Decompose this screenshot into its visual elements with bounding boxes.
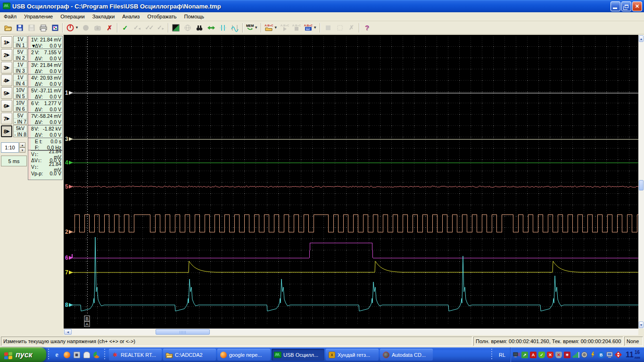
network-monitor-icon[interactable]: [512, 351, 520, 359]
horizontal-scroll-thumb[interactable]: [156, 329, 210, 335]
updown-arrows-icon[interactable]: [614, 351, 622, 359]
channel-5-marker[interactable]: 5: [65, 183, 68, 190]
abc-open-button[interactable]: A:B+C▼: [264, 22, 278, 33]
channel-3-button[interactable]: 3▶: [1, 62, 12, 74]
vertical-scroll-thumb[interactable]: [639, 180, 644, 190]
channel-4-marker[interactable]: 4: [65, 159, 68, 166]
restore-button[interactable]: [621, 1, 631, 11]
device-icon[interactable]: [83, 351, 91, 359]
volume-icon[interactable]: [580, 351, 588, 359]
bluetooth-icon[interactable]: B: [597, 351, 605, 359]
channel-8-button[interactable]: 8▶: [1, 125, 12, 137]
taskbar-separator[interactable]: [47, 349, 50, 361]
channel-8-range[interactable]: 5kV: [14, 125, 27, 132]
channel-4-range[interactable]: 1V: [14, 74, 27, 81]
green-utility-icon[interactable]: ↗: [521, 351, 528, 359]
delete-button[interactable]: ✗: [104, 22, 115, 33]
kaspersky-icon[interactable]: ✶: [563, 351, 571, 359]
menu-item-file[interactable]: Файл: [0, 13, 20, 20]
save-button[interactable]: [14, 22, 25, 33]
menu-item-help[interactable]: Помощь: [181, 13, 208, 20]
channel-6-scale[interactable]: 10VIN 6: [13, 99, 27, 112]
channel-5-button[interactable]: 5▶: [1, 87, 12, 99]
channel-5-scale[interactable]: 10VIN 5: [13, 87, 27, 99]
mem-button[interactable]: MEM▼: [245, 22, 259, 33]
gray-shield-icon[interactable]: ✕: [555, 351, 562, 359]
taskbar-separator[interactable]: [490, 349, 493, 361]
channel-2-scale[interactable]: 5VIN 2: [13, 49, 27, 61]
menu-item-display[interactable]: Отображать: [143, 13, 180, 20]
help-button[interactable]: ?: [362, 22, 372, 33]
channel-1-scale[interactable]: 1VIN 1: [13, 36, 27, 48]
minimize-button[interactable]: [611, 1, 620, 11]
open-button[interactable]: [2, 22, 13, 33]
wave-measure-button[interactable]: [230, 22, 240, 33]
channel-2-range[interactable]: 5V: [14, 49, 27, 55]
vertical-scrollbar[interactable]: ▲ ▼: [638, 35, 644, 329]
title-bar[interactable]: USB Осциллограф - C:\Program Files\USB О…: [0, 0, 644, 12]
channel-3-range[interactable]: 1V: [14, 62, 27, 68]
dropdown-arrow-icon[interactable]: ▼: [274, 25, 278, 30]
dropdown-arrow-icon[interactable]: ▼: [254, 25, 258, 30]
task-button[interactable]: google пере...: [217, 349, 270, 361]
channel-3-marker[interactable]: 3: [65, 136, 68, 142]
channel-2-marker[interactable]: 2: [65, 229, 68, 235]
ratio-up-button[interactable]: ▲: [19, 142, 25, 148]
menu-item-analysis[interactable]: Анализ: [118, 13, 143, 20]
taskbar-separator[interactable]: [103, 349, 106, 361]
task-button[interactable]: USB Осцилл...: [272, 349, 324, 361]
dropdown-arrow-icon[interactable]: ▼: [75, 25, 79, 30]
scope-canvas[interactable]: 13452678BA: [64, 35, 638, 329]
calculator-icon[interactable]: ▦: [73, 351, 81, 359]
search-button[interactable]: [194, 22, 205, 33]
task-button[interactable]: Autodata CD...: [380, 349, 433, 361]
channel-7-scale[interactable]: 5V- IN 7: [13, 112, 27, 124]
task-button[interactable]: ✱REALTEK RT...: [109, 349, 162, 361]
display-mode-button[interactable]: [171, 22, 182, 33]
task-button[interactable]: ХХундай гетз...: [326, 349, 379, 361]
ie-icon[interactable]: e: [53, 351, 61, 359]
ratio-down-button[interactable]: ▼: [19, 148, 25, 153]
channel-1-marker[interactable]: 1: [65, 90, 68, 96]
green-shield-icon[interactable]: ✓: [538, 351, 545, 359]
abc-table-button[interactable]: A:B+C▼: [303, 22, 318, 33]
horizontal-scrollbar[interactable]: ◄: [64, 329, 638, 335]
scope-display[interactable]: 13452678BA: [64, 35, 638, 329]
channel-1-button[interactable]: 1▶: [1, 36, 12, 48]
channel-8-marker[interactable]: 8: [65, 302, 68, 308]
display-icon[interactable]: [606, 351, 613, 359]
signal-bars-icon[interactable]: [572, 351, 579, 359]
fit-horizontal-button[interactable]: [206, 22, 217, 33]
language-indicator[interactable]: RL: [494, 347, 510, 362]
firefox-icon[interactable]: [63, 351, 71, 359]
channel-7-button[interactable]: 7▶: [1, 113, 12, 124]
channel-8-scale[interactable]: 5kV- IN 8: [13, 125, 27, 137]
channel-7-marker[interactable]: 7: [65, 269, 68, 276]
power-icon[interactable]: [589, 351, 596, 359]
vertical-markers-button[interactable]: [218, 22, 229, 33]
menu-item-bookmarks[interactable]: Закладки: [89, 13, 119, 20]
menu-item-operations[interactable]: Операции: [57, 13, 88, 20]
scroll-left-button[interactable]: ◄: [64, 329, 72, 335]
channel-6-range[interactable]: 10V: [14, 100, 27, 106]
close-button[interactable]: ✕: [632, 1, 642, 11]
print-button[interactable]: [38, 22, 49, 33]
channel-4-button[interactable]: 4▶: [1, 74, 12, 86]
taskbar-clock[interactable]: 11 16 пт: [624, 347, 644, 362]
power-button[interactable]: ▼: [65, 22, 80, 33]
scroll-down-button[interactable]: ▼: [639, 321, 644, 328]
channel-4-scale[interactable]: 1VIN 4: [13, 74, 27, 86]
menu-item-control[interactable]: Управление: [20, 13, 57, 20]
probe-ratio-value[interactable]: 1:10: [1, 142, 19, 153]
adobe-reader-icon[interactable]: A: [529, 351, 537, 359]
channel-7-range[interactable]: 5V: [14, 113, 27, 119]
channel-6-button[interactable]: 6▶: [1, 100, 12, 112]
dropdown-arrow-icon[interactable]: ▼: [313, 25, 317, 30]
channel-3-scale[interactable]: 1VIN 3: [13, 61, 27, 74]
media-player-icon[interactable]: [92, 351, 100, 359]
channel-1-range[interactable]: 1V: [14, 36, 27, 42]
channel-6-marker[interactable]: 6: [65, 255, 68, 261]
scroll-up-button[interactable]: ▲: [639, 35, 644, 42]
channel-2-button[interactable]: 2▶: [1, 49, 12, 61]
check-button[interactable]: ✓: [120, 22, 131, 33]
